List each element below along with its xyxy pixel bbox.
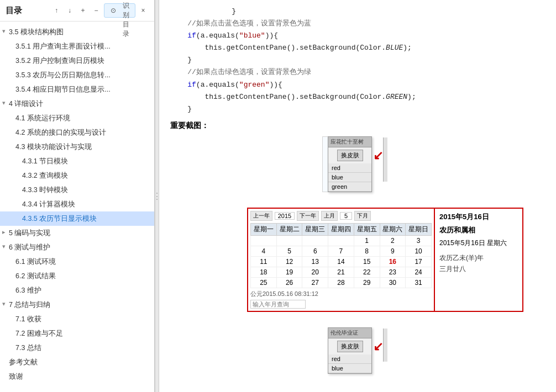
red-arrow-2: ↙: [373, 340, 383, 374]
skin-window-1: 应花忙十至树 换皮肤 red blue green: [328, 136, 372, 192]
next-year-btn[interactable]: 下一年: [297, 211, 319, 221]
skin-item-green-1[interactable]: green: [328, 182, 371, 192]
sidebar-item-3.5.2[interactable]: 3.5.2 用户控制查询日历模块: [0, 54, 154, 68]
sidebar-item-6.3[interactable]: 6.3 维护: [0, 283, 154, 298]
calendar-nav: 上一年 下一年 上月 下月: [250, 211, 432, 221]
sidebar: 目录 ↑ ↓ + − ⊙ 智能识别目录 × 3.5 模块结构构图3.5.1 用户…: [0, 0, 155, 392]
cal-right-lunar: 农历乙未(羊)年三月廿八: [439, 252, 518, 275]
prev-month-btn[interactable]: 上月: [321, 211, 338, 221]
sidebar-item-7.2[interactable]: 7.2 困难与不足: [0, 326, 154, 341]
sidebar-item-6.2[interactable]: 6.2 测试结果: [0, 269, 154, 283]
sidebar-item-4.3.1[interactable]: 4.3.1 节日模块: [0, 154, 154, 168]
sidebar-item-4.3.4[interactable]: 4.3.4 计算器模块: [0, 197, 154, 211]
skin-item-red-2[interactable]: red: [328, 354, 371, 364]
sidebar-item-4.3.5[interactable]: 4.3.5 农历节日显示模块: [0, 211, 154, 226]
sidebar-item-3.5.1[interactable]: 3.5.1 用户查询主界面设计模...: [0, 39, 154, 54]
section-title: 重要截图：: [170, 121, 545, 131]
sidebar-item-3.5[interactable]: 3.5 模块结构构图: [0, 25, 154, 39]
sidebar-tree: 3.5 模块结构构图3.5.1 用户查询主界面设计模...3.5.2 用户控制查…: [0, 22, 154, 392]
sidebar-item-4.3.2[interactable]: 4.3.2 查询模块: [0, 168, 154, 183]
skin-item-red-1[interactable]: red: [328, 163, 371, 173]
sidebar-item-5[interactable]: 5 编码与实现: [0, 226, 154, 240]
sidebar-item-4.3.3[interactable]: 4.3.3 时钟模块: [0, 183, 154, 197]
skin-btn-1[interactable]: 换皮肤: [337, 150, 363, 161]
weekday-tue: 星期二: [276, 223, 302, 235]
main-content: } //如果点击蓝色选项，设置背景色为蓝 if(a.equals("blue")…: [159, 0, 556, 392]
up-icon[interactable]: ↑: [51, 5, 62, 16]
splitter[interactable]: [155, 0, 159, 392]
sidebar-item-7.3[interactable]: 7.3 总结: [0, 341, 154, 355]
add-icon[interactable]: +: [77, 5, 88, 16]
sidebar-item-6[interactable]: 6 测试与维护: [0, 240, 154, 255]
weekday-sun: 星期日: [406, 223, 432, 235]
prev-year-btn[interactable]: 上一年: [250, 211, 272, 221]
code-line-5: }: [170, 54, 545, 66]
screenshot-row-3: 伦伦毕业证 换皮肤 red blue ↙: [170, 327, 545, 374]
sidebar-header: 目录 ↑ ↓ + − ⊙ 智能识别目录 ×: [0, 0, 154, 22]
smart-btn-label: 智能识别目录: [120, 5, 132, 16]
code-line-7: if(a.equals("green")){: [170, 79, 545, 91]
cal-row-5: 25 26 27 28 29 30 31: [251, 277, 432, 288]
sidebar-item-3.5.3[interactable]: 3.5.3 农历与公历日期信息转...: [0, 68, 154, 82]
month-input[interactable]: [340, 212, 352, 220]
cal-input-row: [250, 300, 432, 309]
calendar-header-row: 星期一 星期二 星期三 星期四 星期五 星期六 星期日: [251, 223, 432, 235]
weekday-thu: 星期四: [328, 223, 354, 235]
calendar-left: 上一年 下一年 上月 下月 星期一 星期二: [248, 209, 434, 311]
sidebar-item-4.2[interactable]: 4.2 系统的接口的实现与设计: [0, 125, 154, 140]
cal-search-input[interactable]: [250, 300, 306, 309]
calendar-right: 2015年5月16日 农历和属相 2015年5月16日 星期六 农历乙未(羊)年…: [434, 209, 522, 311]
red-arrow-1: ↙: [373, 149, 383, 192]
sidebar-item-ack[interactable]: 致谢: [0, 369, 154, 384]
sidebar-title: 目录: [6, 6, 22, 16]
next-month-btn[interactable]: 下月: [354, 211, 371, 221]
cal-row-1: 1 2 3: [251, 235, 432, 246]
sidebar-item-7[interactable]: 7 总结与归纳: [0, 298, 154, 312]
sidebar-item-6.1[interactable]: 6.1 测试环境: [0, 255, 154, 269]
close-icon[interactable]: ×: [138, 5, 149, 16]
cal-row-2: 4 5 6 7 8 9 10: [251, 246, 432, 256]
code-line-6: //如果点击绿色选项，设置背景色为绿: [170, 66, 545, 78]
weekday-wed: 星期三: [302, 223, 328, 235]
cal-row-3: 11 12 13 14 15 16 17: [251, 256, 432, 267]
content-area: } //如果点击蓝色选项，设置背景色为蓝 if(a.equals("blue")…: [159, 0, 556, 392]
sidebar-item-3.5.4[interactable]: 3.5.4 相应日期节日信息显示...: [0, 82, 154, 97]
skin-window-2: 伦伦毕业证 换皮肤 red blue: [328, 327, 372, 374]
cal-row-4: 18 19 20 21 22 23 24: [251, 267, 432, 277]
code-line-2: //如果点击蓝色选项，设置背景色为蓝: [170, 18, 545, 30]
screenshot-row-2: 上一年 下一年 上月 下月 星期一 星期二: [170, 208, 545, 312]
cal-right-date: 2015年5月16日 星期六: [439, 239, 518, 248]
calendar-grid: 星期一 星期二 星期三 星期四 星期五 星期六 星期日: [250, 223, 432, 288]
code-block: } //如果点击蓝色选项，设置背景色为蓝 if(a.equals("blue")…: [170, 6, 545, 115]
screenshots-area: 应花忙十至树 换皮肤 red blue green ↙: [170, 136, 545, 374]
sidebar-header-icons: ↑ ↓ + − ⊙ 智能识别目录 ×: [51, 3, 149, 18]
sidebar-item-4.3[interactable]: 4.3 模块功能设计与实现: [0, 140, 154, 154]
calendar-body: 1 2 3 4 5 6 7 8 9: [251, 235, 432, 288]
code-line-8: this.getContentPane().setBackground(Colo…: [170, 91, 545, 103]
sidebar-item-4.1[interactable]: 4.1 系统运行环境: [0, 111, 154, 125]
skin-item-blue-2[interactable]: blue: [328, 364, 371, 373]
calendar-screenshot: 上一年 下一年 上月 下月 星期一 星期二: [247, 208, 523, 312]
year-input[interactable]: [275, 212, 295, 220]
cal-right-title: 2015年5月16日: [439, 212, 518, 222]
smart-btn[interactable]: ⊙ 智能识别目录: [104, 3, 135, 18]
sidebar-item-7.1[interactable]: 7.1 收获: [0, 312, 154, 326]
remove-icon[interactable]: −: [91, 5, 102, 16]
skin-window-title-1: 应花忙十至树: [328, 137, 371, 147]
weekday-sat: 星期六: [380, 223, 406, 235]
weekday-fri: 星期五: [354, 223, 380, 235]
screenshot-row-1: 应花忙十至树 换皮肤 red blue green ↙: [170, 136, 545, 192]
sidebar-item-ref[interactable]: 参考文献: [0, 355, 154, 369]
code-line-3: if(a.equals("blue")){: [170, 30, 545, 42]
sidebar-item-4[interactable]: 4 详细设计: [0, 97, 154, 111]
weekday-mon: 星期一: [251, 223, 277, 235]
code-line-4: this.getContentPane().setBackground(Colo…: [170, 42, 545, 54]
down-icon[interactable]: ↓: [64, 5, 75, 16]
skin-btn-2[interactable]: 换皮肤: [337, 341, 363, 352]
cal-right-sub: 农历和属相: [439, 225, 518, 235]
skin-item-blue-1[interactable]: blue: [328, 173, 371, 182]
smart-icon: ⊙: [108, 5, 119, 16]
skin-window-title-2: 伦伦毕业证: [328, 328, 371, 338]
code-line-9: }: [170, 103, 545, 115]
code-line-1: }: [170, 6, 545, 18]
